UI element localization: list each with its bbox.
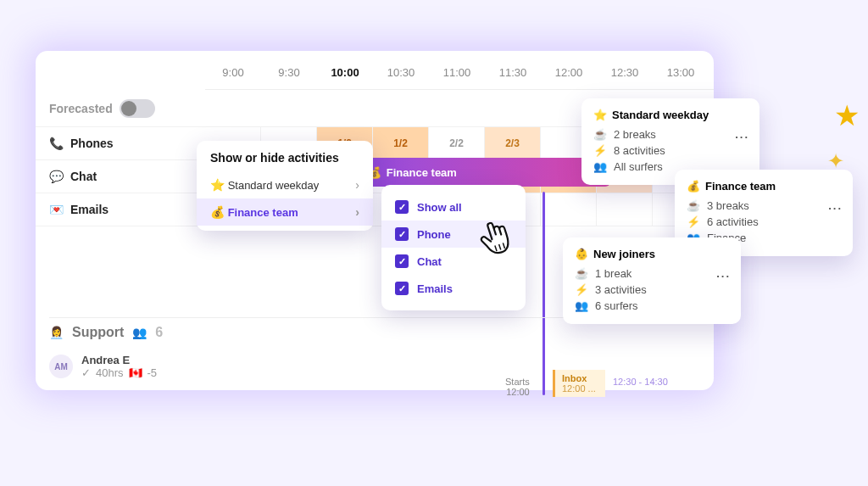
activity-icon: 📞 <box>49 137 64 150</box>
submenu-item[interactable]: ✓Emails <box>381 275 526 302</box>
grid-cell[interactable] <box>597 193 653 226</box>
avatar: AM <box>49 355 73 378</box>
info-line: ⚡3 activities <box>575 282 698 298</box>
activity-label: Emails <box>70 203 108 216</box>
time-slot: 12:30 <box>597 66 653 79</box>
info-line: ☕3 breaks <box>687 198 810 214</box>
info-line: 👥6 surfers <box>575 298 698 314</box>
info-line-text: 6 surfers <box>595 299 638 312</box>
checkbox-icon[interactable]: ✓ <box>395 200 409 214</box>
submenu-label: Phone <box>417 228 451 241</box>
people-icon: 👥 <box>132 326 147 339</box>
info-line-text: 6 activities <box>707 215 759 228</box>
info-line-icon: 👥 <box>575 299 588 312</box>
info-line-icon: ☕ <box>575 267 588 280</box>
activity-row: 💌Emails2/32/32/22/2 <box>36 193 714 226</box>
info-line: ☕1 break <box>575 265 698 282</box>
activity-label: Phones <box>70 137 114 150</box>
info-line-text: 2 breaks <box>614 128 656 141</box>
activity-submenu: ✓Show all✓Phone✓Chat✓Emails <box>381 185 526 310</box>
time-slot: 13:00 <box>653 66 709 79</box>
chevron-right-icon: › <box>355 178 359 192</box>
submenu-item[interactable]: ✓Phone <box>381 221 526 248</box>
info-line-text: 3 activities <box>595 283 647 296</box>
agent-tz: -5 <box>147 366 158 379</box>
activity-icon: 💬 <box>49 170 64 183</box>
info-line-text: 3 breaks <box>707 199 749 212</box>
info-line-icon: ⚡ <box>687 215 700 228</box>
submenu-label: Emails <box>417 282 453 295</box>
grid-cell[interactable]: 2/2 <box>429 127 485 159</box>
submenu-item[interactable]: ✓Chat <box>381 248 526 275</box>
info-line: ⚡8 activities <box>593 142 717 159</box>
info-line-icon: 👥 <box>593 160 607 173</box>
forecast-toggle[interactable]: ✕ <box>120 99 155 118</box>
dropdown-item[interactable]: 💰 Finance team› <box>197 198 373 226</box>
starts-tag: Starts 12:00 <box>505 377 530 397</box>
dropdown-item-icon: 💰 <box>210 205 225 219</box>
star-icon: ⭐ <box>593 109 607 121</box>
info-line: ⚡6 activities <box>687 214 810 230</box>
info-line: ☕2 breaks <box>593 126 717 142</box>
submenu-label: Show all <box>417 201 462 214</box>
support-emoji: 👩‍💼 <box>49 326 64 339</box>
checkbox-icon[interactable]: ✓ <box>395 254 409 268</box>
activity-dropdown: Show or hide activities ⭐ Standard weekd… <box>197 141 373 231</box>
support-label: Support <box>72 325 124 340</box>
agent-name: Andrea E <box>81 354 157 366</box>
money-icon: 💰 <box>687 180 700 193</box>
info-line-icon: ☕ <box>593 128 607 141</box>
time-slot: 10:00 <box>317 66 373 79</box>
sparkle-icon: ★ <box>834 98 860 132</box>
checkbox-icon[interactable]: ✓ <box>395 282 409 295</box>
checkbox-icon[interactable]: ✓ <box>395 227 409 241</box>
baby-icon: 👶 <box>575 248 588 260</box>
info-line-icon: ⚡ <box>593 144 607 157</box>
activity-label: Chat <box>70 170 97 183</box>
dropdown-item-icon: ⭐ <box>210 178 225 192</box>
dropdown-item-label: Standard weekday <box>228 179 320 192</box>
dropdown-title: Show or hide activities <box>197 151 373 171</box>
flag-icon: 🇨🇦 <box>129 366 142 379</box>
submenu-label: Chat <box>417 255 442 268</box>
check-icon: ✓ <box>81 366 91 379</box>
info-title-text: Finance team <box>705 180 776 193</box>
info-card-joiners[interactable]: 👶 New joiners ☕1 break⚡3 activities👥6 su… <box>563 237 741 324</box>
chevron-right-icon: › <box>355 205 359 219</box>
time-slot: 11:00 <box>429 66 485 79</box>
more-icon[interactable]: ··· <box>716 270 731 282</box>
info-title-text: Standard weekday <box>612 109 709 121</box>
info-line-text: All surfers <box>614 160 663 173</box>
time-slot: 10:30 <box>373 66 429 79</box>
time-header: 9:009:3010:0010:3011:0011:3012:0012:3013… <box>205 51 714 90</box>
info-line-text: 1 break <box>595 267 632 280</box>
activity-icon: 💌 <box>49 203 64 216</box>
time-slot: 11:30 <box>485 66 541 79</box>
time-slot: 9:00 <box>205 66 261 79</box>
submenu-item[interactable]: ✓Show all <box>381 193 526 221</box>
time-slot: 9:30 <box>261 66 317 79</box>
more-icon[interactable]: ··· <box>828 202 843 215</box>
forecast-label: Forecasted <box>49 102 113 115</box>
time-slot: 12:00 <box>541 66 597 79</box>
dropdown-item[interactable]: ⭐ Standard weekday› <box>197 171 373 198</box>
grid-cell[interactable] <box>541 193 597 226</box>
dropdown-item-label: Finance team <box>228 206 298 219</box>
time-range-tag: 12:30 - 14:30 <box>613 377 668 387</box>
agent-hours: 40hrs <box>96 366 124 379</box>
grid-cell[interactable]: 2/3 <box>485 127 541 159</box>
more-icon[interactable]: ··· <box>735 131 749 143</box>
info-line-icon: ☕ <box>687 199 700 212</box>
info-title-text: New joiners <box>593 248 655 260</box>
info-line-text: 8 activities <box>614 144 665 157</box>
info-line-icon: ⚡ <box>575 283 588 296</box>
support-count: 6 <box>155 325 163 340</box>
inbox-tag[interactable]: Inbox 12:00 ... <box>553 370 605 397</box>
grid-cell[interactable]: 1/2 <box>373 127 429 159</box>
schedule-pill-secondary: Finance team <box>387 166 457 179</box>
